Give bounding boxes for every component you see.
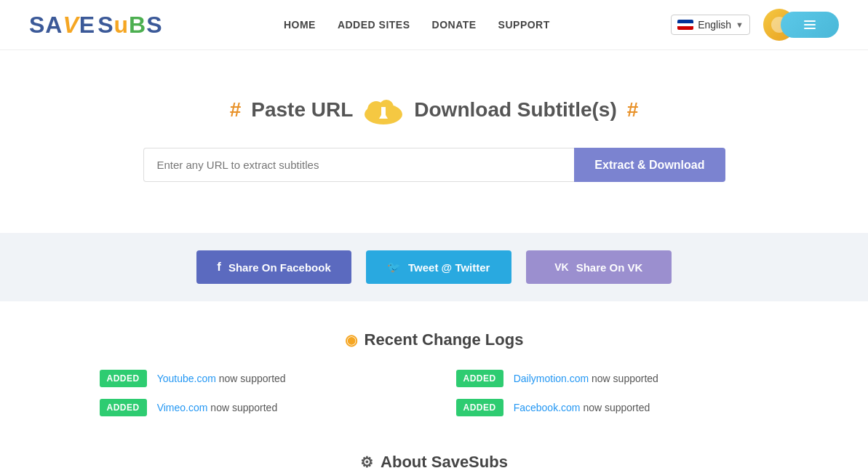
facebook-icon: f [217,260,221,274]
social-bar: f Share On Facebook 🐦 Tweet @ Twitter VK… [0,233,868,301]
hamburger-menu-button[interactable] [781,12,839,38]
nav-donate[interactable]: DONATE [432,19,477,31]
vk-label: Share On VK [576,261,643,274]
vk-icon: VK [554,261,568,273]
recent-logs-section: ◉ Recent Change Logs ADDED Youtube.com n… [71,301,798,431]
cloud-download-icon [363,94,404,126]
changelog-text: Facebook.com now supported [514,402,650,413]
vk-share-button[interactable]: VK Share On VK [526,250,672,284]
list-item: ADDED Vimeo.com now supported [100,399,413,416]
about-title: ⚙ About SaveSubs [29,453,839,468]
wordpress-icon: ⚙ [360,453,373,468]
user-menu [757,9,839,41]
nav-added-sites[interactable]: ADDED SITES [338,19,410,31]
hash-right: # [627,98,639,122]
svg-rect-4 [381,107,386,117]
recent-logs-title: ◉ Recent Change Logs [100,330,769,349]
hero-title: # Paste URL Download Subtitle(s) # [15,94,853,126]
download-subtitle-text: Download Subtitle(s) [414,98,616,122]
url-form: Extract & Download [143,148,725,182]
added-badge: ADDED [456,370,503,387]
site-link[interactable]: Facebook.com [514,402,581,413]
rss-icon: ◉ [345,331,357,349]
twitter-share-button[interactable]: 🐦 Tweet @ Twitter [366,250,511,284]
list-item: ADDED Youtube.com now supported [100,370,413,387]
facebook-share-button[interactable]: f Share On Facebook [196,250,351,284]
list-item: ADDED Dailymotion.com now supported [456,370,769,387]
site-link[interactable]: Vimeo.com [157,402,208,413]
nav-support[interactable]: SUPPORT [498,19,550,31]
added-badge: ADDED [100,399,147,416]
hash-left: # [230,98,242,122]
extract-button[interactable]: Extract & Download [574,148,725,182]
url-input[interactable] [143,148,575,182]
site-link[interactable]: Dailymotion.com [514,373,589,384]
twitter-label: Tweet @ Twitter [408,261,490,274]
list-item: ADDED Facebook.com now supported [456,399,769,416]
facebook-label: Share On Facebook [228,261,331,274]
about-label: About SaveSubs [381,453,508,468]
header: SAVESuBS HOME ADDED SITES DONATE SUPPORT… [0,0,868,50]
logo[interactable]: SAVESuBS [29,12,162,39]
header-right: English English ▼ [671,9,839,41]
recent-logs-label: Recent Change Logs [365,330,524,349]
chevron-down-icon: ▼ [736,20,744,29]
changelog-text: Vimeo.com now supported [157,402,278,413]
paste-url-text: Paste URL [251,98,353,122]
main-nav: HOME ADDED SITES DONATE SUPPORT [284,19,550,31]
added-badge: ADDED [100,370,147,387]
changelog-text: Dailymotion.com now supported [514,373,658,384]
hamburger-icon [804,20,816,29]
site-link[interactable]: Youtube.com [157,373,216,384]
nav-home[interactable]: HOME [284,19,316,31]
about-section: ⚙ About SaveSubs [0,431,868,468]
twitter-icon: 🐦 [387,261,401,274]
changelog-text: Youtube.com now supported [157,373,286,384]
cloud-svg [363,94,404,126]
language-selector[interactable]: English English ▼ [671,15,750,35]
added-badge: ADDED [456,399,503,416]
hero-section: # Paste URL Download Subtitle(s) # Extra… [0,50,868,211]
changelog-grid: ADDED Youtube.com now supported ADDED Da… [100,370,769,416]
